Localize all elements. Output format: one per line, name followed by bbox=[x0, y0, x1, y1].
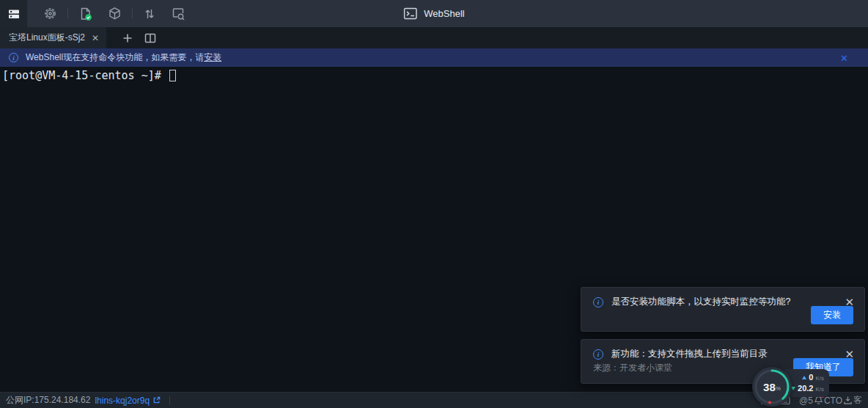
tab-baota-panel[interactable]: 宝塔Linux面板-sSj2 ✕ bbox=[0, 27, 106, 48]
external-link-icon bbox=[152, 396, 161, 404]
panels-button[interactable] bbox=[0, 0, 27, 27]
file-check-icon bbox=[78, 7, 93, 21]
split-view-button[interactable] bbox=[144, 33, 156, 43]
info-icon: i bbox=[9, 53, 18, 62]
sort-arrows-button[interactable] bbox=[143, 7, 156, 21]
window-search-icon bbox=[171, 7, 185, 21]
window-search-button[interactable] bbox=[171, 7, 185, 21]
download-icon bbox=[843, 396, 853, 405]
tab-label: 宝塔Linux面板-sSj2 bbox=[9, 32, 85, 44]
popup-head: i 新功能：支持文件拖拽上传到当前目录 ✕ bbox=[581, 340, 864, 360]
toolbar-divider bbox=[132, 8, 133, 19]
panels-icon bbox=[7, 7, 21, 21]
gauge-unit: % bbox=[776, 385, 781, 392]
tab-close-icon[interactable]: ✕ bbox=[92, 34, 99, 43]
popup-source: 来源：开发者小课堂 bbox=[593, 362, 672, 374]
public-ip-label: 公网IP:175.24.184.62 bbox=[6, 394, 90, 407]
tab-bar: 宝塔Linux面板-sSj2 ✕ bbox=[0, 27, 868, 48]
top-toolbar: WebShell bbox=[0, 0, 868, 27]
sort-arrows-icon bbox=[143, 7, 156, 21]
install-script-popup: i 是否安装功能脚本，以支持实时监控等功能? ✕ 安装 bbox=[581, 287, 865, 332]
gauge-label: 38 % bbox=[752, 367, 792, 407]
popup-message: 新功能：支持文件拖拽上传到当前目录 bbox=[611, 348, 768, 360]
info-icon: i bbox=[593, 297, 603, 307]
instance-link[interactable]: lhins-kqj2or9q bbox=[95, 396, 161, 406]
terminal-cursor bbox=[169, 70, 176, 81]
terminal-prompt: [root@VM-4-15-centos ~]# bbox=[2, 69, 168, 82]
install-button[interactable]: 安装 bbox=[811, 306, 853, 324]
install-link[interactable]: 安装 bbox=[204, 52, 221, 62]
upload-arrow-icon bbox=[802, 376, 806, 379]
upload-unit: K/s bbox=[815, 375, 824, 382]
status-bar: 公网IP:175.24.184.62 lhins-kqj2or9q @5 bbox=[0, 392, 868, 408]
upload-value: 0 bbox=[809, 373, 813, 382]
terminal-icon bbox=[403, 7, 417, 21]
load-gauge[interactable]: 38 % bbox=[752, 367, 792, 407]
new-tab-button[interactable] bbox=[122, 33, 133, 43]
info-icon: i bbox=[593, 349, 603, 360]
popup-head: i 是否安装功能脚本，以支持实时监控等功能? ✕ bbox=[581, 288, 864, 308]
popup-message: 是否安装功能脚本，以支持实时监控等功能? bbox=[611, 296, 790, 308]
status-divider bbox=[169, 396, 170, 405]
gear-icon bbox=[43, 7, 57, 21]
app-title: WebShell bbox=[424, 8, 464, 19]
package-icon bbox=[108, 7, 122, 21]
file-check-button[interactable] bbox=[78, 7, 93, 21]
gauge-value: 38 bbox=[763, 381, 776, 393]
banner-message: WebShell现在支持命令块功能，如果需要，请安装 bbox=[26, 51, 221, 64]
webshell-notice-banner: i WebShell现在支持命令块功能，如果需要，请安装 ✕ bbox=[0, 48, 868, 67]
gear-button[interactable] bbox=[43, 7, 57, 21]
download-value: 20.2 bbox=[798, 384, 813, 393]
download-unit: K/s bbox=[815, 386, 824, 393]
banner-close-icon[interactable]: ✕ bbox=[840, 53, 848, 62]
toolbar-divider bbox=[67, 8, 68, 19]
package-button[interactable] bbox=[108, 7, 122, 21]
app-title-group: WebShell bbox=[403, 0, 464, 27]
